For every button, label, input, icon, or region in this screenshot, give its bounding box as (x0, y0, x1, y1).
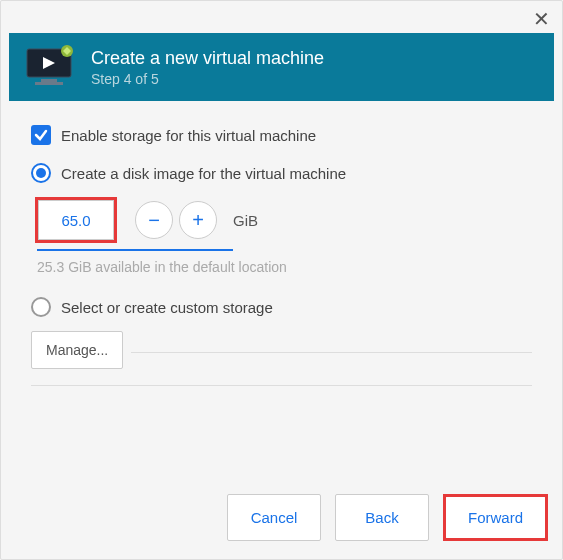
back-button[interactable]: Back (335, 494, 429, 541)
disk-size-stepper: − + GiB (35, 197, 532, 243)
wizard-header: Create a new virtual machine Step 4 of 5 (9, 33, 554, 101)
available-hint: 25.3 GiB available in the default locati… (37, 259, 532, 275)
enable-storage-checkbox[interactable] (31, 125, 51, 145)
wizard-content: Enable storage for this virtual machine … (1, 101, 562, 476)
monitor-icon (25, 45, 77, 89)
highlight-size-input (35, 197, 117, 243)
input-underline (37, 249, 233, 251)
svg-rect-3 (35, 82, 63, 85)
custom-storage-label: Select or create custom storage (61, 299, 273, 316)
create-disk-radio[interactable] (31, 163, 51, 183)
minus-icon: − (148, 209, 160, 232)
increase-button[interactable]: + (179, 201, 217, 239)
disk-size-input[interactable] (38, 200, 114, 240)
manage-button[interactable]: Manage... (31, 331, 123, 369)
forward-button[interactable]: Forward (446, 497, 545, 538)
close-icon: ✕ (533, 8, 550, 30)
wizard-title: Create a new virtual machine (91, 48, 324, 69)
close-button[interactable]: ✕ (533, 9, 550, 29)
divider (131, 352, 532, 353)
svg-rect-2 (41, 79, 57, 82)
enable-storage-label: Enable storage for this virtual machine (61, 127, 316, 144)
decrease-button[interactable]: − (135, 201, 173, 239)
cancel-button[interactable]: Cancel (227, 494, 321, 541)
custom-storage-radio[interactable] (31, 297, 51, 317)
unit-label: GiB (233, 212, 258, 229)
new-vm-dialog: ✕ Create a new virtual machine Step 4 of… (0, 0, 563, 560)
plus-icon: + (192, 209, 204, 232)
highlight-forward: Forward (443, 494, 548, 541)
check-icon (34, 128, 48, 142)
wizard-step: Step 4 of 5 (91, 71, 324, 87)
wizard-footer: Cancel Back Forward (1, 476, 562, 559)
create-disk-label: Create a disk image for the virtual mach… (61, 165, 346, 182)
titlebar: ✕ (1, 1, 562, 33)
